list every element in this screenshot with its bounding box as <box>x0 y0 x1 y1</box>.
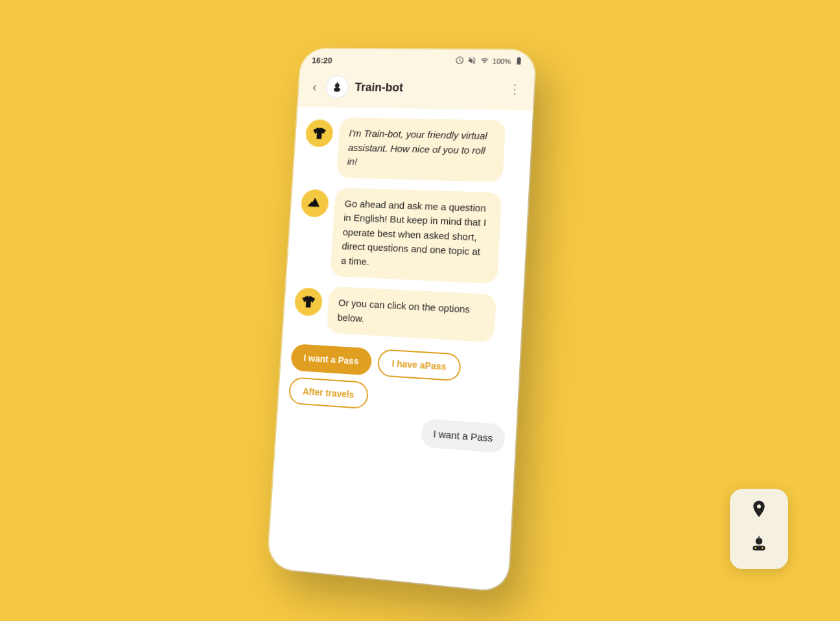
status-icons: 100% <box>455 56 524 66</box>
alarm-icon <box>455 56 465 66</box>
phone: 16:20 100% <box>268 49 536 592</box>
svg-rect-11 <box>752 546 765 550</box>
status-time: 16:20 <box>312 55 332 64</box>
back-button[interactable]: ‹ <box>310 77 320 97</box>
message-row-3: Or you can click on the options below. <box>293 285 513 344</box>
avatar-shirt-3 <box>294 287 323 316</box>
wifi-icon <box>480 56 490 65</box>
avatar-mountain-2 <box>301 189 330 217</box>
svg-point-13 <box>762 547 764 549</box>
battery-text: 100% <box>493 58 511 65</box>
bubble-3: Or you can click on the options below. <box>327 287 496 343</box>
option-want-pass[interactable]: I want a Pass <box>290 344 372 375</box>
message-row-2: Go ahead and ask me a question in Englis… <box>297 186 518 285</box>
option-after-travels[interactable]: After travels <box>288 377 369 409</box>
bot-widget-icon[interactable] <box>749 533 769 559</box>
bubble-1-text: I'm Train-bot, your friendly virtual ass… <box>347 128 487 167</box>
mute-icon <box>467 56 477 66</box>
status-bar: 16:20 100% <box>300 49 535 70</box>
avatar-shirt-1 <box>305 119 334 147</box>
message-row-1: I'm Train-bot, your friendly virtual ass… <box>303 117 522 182</box>
bubble-2: Go ahead and ask me a question in Englis… <box>330 187 502 284</box>
battery-icon <box>514 56 524 67</box>
chat-area: I'm Train-bot, your friendly virtual ass… <box>282 107 533 358</box>
more-button[interactable]: ⋮ <box>508 81 522 97</box>
side-widget <box>730 489 788 569</box>
chat-header: ‹ Train-bot ⋮ <box>298 69 535 111</box>
user-bubble: I want a Pass <box>421 419 506 454</box>
bubble-1: I'm Train-bot, your friendly virtual ass… <box>336 117 506 182</box>
option-have-pass[interactable]: I have aPass <box>377 349 461 381</box>
phone-wrapper: 16:20 100% <box>268 49 536 592</box>
scene: 16:20 100% <box>0 0 840 621</box>
svg-point-9 <box>758 537 760 540</box>
location-icon[interactable] <box>749 499 769 523</box>
header-title: Train-bot <box>355 80 502 95</box>
svg-point-12 <box>754 547 756 549</box>
bot-avatar <box>325 75 349 99</box>
